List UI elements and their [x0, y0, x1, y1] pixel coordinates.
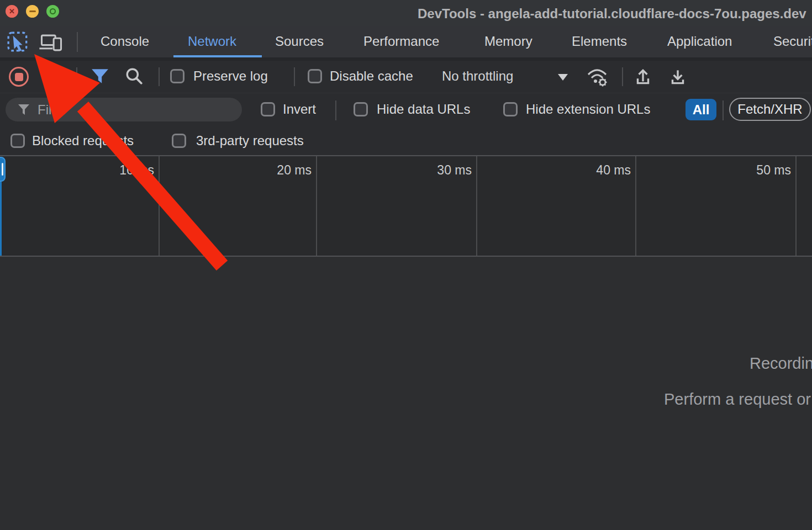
- timeline-gridline: [476, 156, 477, 256]
- third-party-requests-checkbox[interactable]: [172, 134, 186, 148]
- request-type-fetch-xhr-button[interactable]: Fetch/XHR: [729, 98, 811, 121]
- search-button[interactable]: [125, 67, 144, 86]
- tab-security[interactable]: Security: [773, 34, 812, 49]
- preserve-log-checkbox[interactable]: [170, 69, 184, 83]
- network-requests-panel: Recording network activity… Perform a re…: [0, 257, 812, 530]
- third-party-requests-label: 3rd-party requests: [196, 133, 304, 149]
- request-type-all-button[interactable]: All: [686, 99, 716, 120]
- filter-toggle-button[interactable]: [91, 67, 109, 85]
- overview-selection-edge: [0, 182, 2, 256]
- filter-separator: [335, 100, 336, 120]
- tabbar-separator: [77, 32, 78, 52]
- window-titlebar: ✕ DevTools - angela-add-tutorial.cloudfl…: [0, 0, 812, 26]
- overview-drag-handle[interactable]: [0, 157, 6, 182]
- filter-funnel-icon: [91, 67, 109, 85]
- invert-label: Invert: [283, 102, 316, 117]
- timeline-tick-40ms: 40 ms: [573, 163, 631, 178]
- stop-recording-button[interactable]: [9, 67, 29, 87]
- timeline-gridline: [316, 156, 317, 256]
- tab-performance[interactable]: Performance: [363, 34, 439, 49]
- recording-status-text: Recording network activity…: [750, 354, 812, 373]
- device-toolbar-icon: [39, 33, 64, 52]
- timeline-gridline: [635, 156, 636, 256]
- toggle-device-toolbar-button[interactable]: [39, 33, 64, 52]
- filter-funnel-small-icon: [18, 103, 30, 116]
- toolbar-separator: [76, 67, 77, 86]
- timeline-gridline: [159, 156, 160, 256]
- minimize-icon: [29, 10, 36, 12]
- hide-extension-urls-label: Hide extension URLs: [526, 102, 650, 117]
- hide-data-urls-label: Hide data URLs: [377, 102, 470, 117]
- toolbar-separator: [622, 67, 623, 86]
- timeline-tick-30ms: 30 ms: [414, 163, 472, 178]
- blocked-requests-checkbox[interactable]: [10, 134, 25, 148]
- inspect-cursor-icon: [7, 31, 30, 53]
- timeline-tick-20ms: 20 ms: [254, 163, 312, 178]
- network-conditions-icon: [584, 65, 610, 88]
- export-har-button[interactable]: [633, 67, 653, 87]
- hide-data-urls-checkbox[interactable]: [354, 102, 368, 116]
- hide-extension-urls-checkbox[interactable]: [503, 102, 518, 116]
- blocked-requests-label: Blocked requests: [32, 133, 134, 149]
- export-har-icon: [633, 67, 653, 87]
- throttling-caret-icon[interactable]: [558, 74, 568, 81]
- toolbar-separator: [294, 67, 295, 86]
- tab-memory[interactable]: Memory: [484, 34, 532, 49]
- network-filter-bar: Invert Hide data URLs Hide extension URL…: [0, 93, 812, 126]
- import-har-button[interactable]: [668, 67, 688, 87]
- network-conditions-button[interactable]: [584, 65, 610, 88]
- invert-checkbox[interactable]: [261, 102, 275, 116]
- perform-request-hint-text: Perform a request or hit ⌘ R to record t…: [664, 390, 812, 409]
- tab-application[interactable]: Application: [667, 34, 732, 49]
- tab-sources[interactable]: Sources: [275, 34, 324, 49]
- disable-cache-label: Disable cache: [330, 68, 413, 84]
- network-overview-timeline: 10 ms 20 ms 30 ms 40 ms 50 ms: [0, 155, 812, 257]
- search-icon: [125, 67, 144, 86]
- disable-cache-checkbox[interactable]: [308, 69, 322, 83]
- filter-input-container: [6, 98, 242, 121]
- minimize-window-button[interactable]: [26, 5, 39, 18]
- preserve-log-label: Preserve log: [193, 68, 268, 84]
- clear-icon: [45, 71, 57, 82]
- inspect-element-button[interactable]: [7, 31, 30, 53]
- overview-grip-icon: [2, 163, 3, 176]
- devtools-tabbar: Console Network Sources Performance Memo…: [0, 26, 812, 61]
- timeline-tick-50ms: 50 ms: [734, 163, 791, 178]
- throttling-select[interactable]: No throttling: [442, 68, 513, 84]
- filter-separator: [723, 100, 724, 120]
- clear-network-log-button[interactable]: [43, 68, 59, 84]
- toolbar-separator: [159, 67, 160, 86]
- network-toolbar: Preserve log Disable cache No throttling: [0, 61, 812, 93]
- window-title: DevTools - angela-add-tutorial.cloudflar…: [418, 6, 806, 22]
- import-har-icon: [668, 67, 688, 87]
- tab-console[interactable]: Console: [101, 34, 149, 49]
- timeline-tick-10ms: 10 ms: [97, 163, 154, 178]
- zoom-window-button[interactable]: [46, 5, 59, 18]
- record-stop-icon: [15, 73, 23, 81]
- zoom-icon: [50, 8, 56, 14]
- close-window-button[interactable]: ✕: [6, 5, 18, 18]
- tab-network[interactable]: Network: [188, 34, 236, 49]
- tab-elements[interactable]: Elements: [572, 34, 627, 49]
- filter-input[interactable]: [36, 100, 232, 120]
- network-filter-bar-row2: Blocked requests 3rd-party requests: [0, 126, 812, 155]
- active-tab-underline: [173, 55, 262, 57]
- timeline-gridline: [795, 156, 797, 256]
